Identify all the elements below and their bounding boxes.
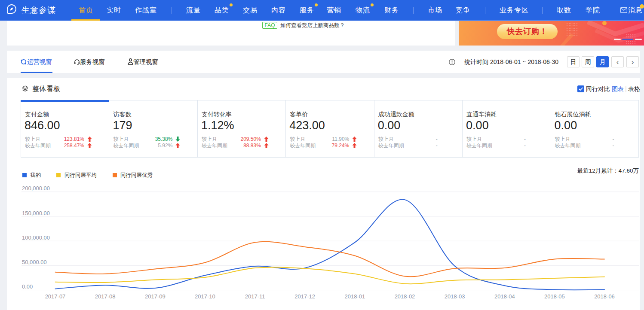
svg-text:200,000.00: 200,000.00: [22, 185, 50, 191]
svg-text:2018-03: 2018-03: [445, 293, 465, 300]
svg-text:0.00: 0.00: [22, 283, 33, 290]
svg-text:2018-04: 2018-04: [494, 293, 515, 300]
svg-text:2017-08: 2017-08: [95, 293, 116, 300]
svg-text:150,000.00: 150,000.00: [22, 210, 50, 216]
svg-text:50,000.00: 50,000.00: [22, 259, 47, 265]
svg-text:2018-02: 2018-02: [395, 293, 415, 300]
svg-text:100,000.00: 100,000.00: [22, 234, 50, 241]
svg-text:2017-09: 2017-09: [145, 293, 166, 300]
svg-text:2018-01: 2018-01: [344, 293, 365, 300]
svg-text:2017-11: 2017-11: [245, 293, 265, 300]
svg-text:2017-12: 2017-12: [294, 293, 315, 300]
svg-text:2017-07: 2017-07: [45, 293, 66, 300]
svg-text:2017-10: 2017-10: [195, 293, 215, 300]
svg-text:2018-06: 2018-06: [594, 293, 615, 300]
svg-text:2018-05: 2018-05: [544, 293, 565, 300]
